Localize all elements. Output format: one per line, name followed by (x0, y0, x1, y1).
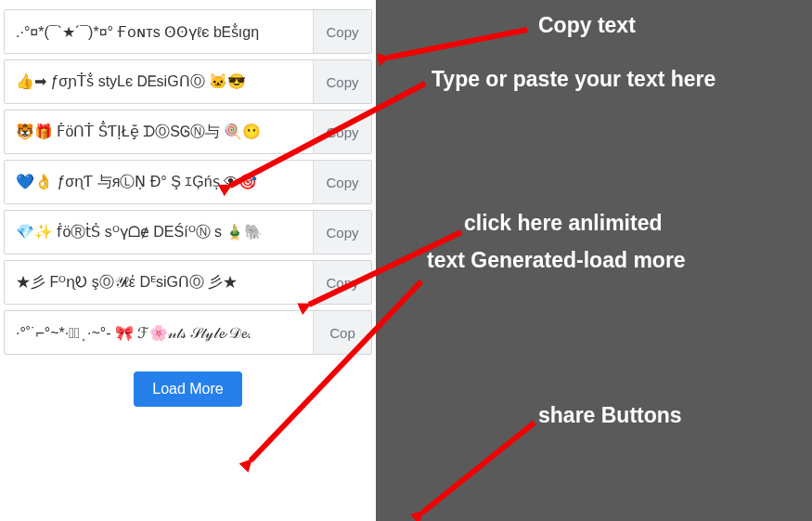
font-style-text[interactable]: 👍➡ ƒσɲṪṧ styLє ᎠᎬsiGᑎⓄ 🐱😎 (5, 60, 314, 103)
font-row: 💎✨ ḟöⓇṫṠ sᴼүᗝɇ DEŚíᴼⓃ s 🎍🐘Copy (4, 210, 372, 254)
font-style-text[interactable]: ·°˚˙⌐°~*·ͺ͔ͺ·~°- 🎀 ℱ🌸𝓃𝓉𝓈 𝒮𝓉𝓎𝓁𝓮 𝒟𝓮. (5, 311, 314, 354)
annotation-unlimited-line1: click here anlimited (464, 209, 662, 238)
font-row: ·°˚˙⌐°~*·ͺ͔ͺ·~°- 🎀 ℱ🌸𝓃𝓉𝓈 𝒮𝓉𝓎𝓁𝓮 𝒟𝓮.Cop (4, 310, 372, 355)
font-row: ★彡 FᴼɳᎧ şⓄ𝒴ℓέ DᴱsiGᑎⓄ 彡★Copy (4, 260, 372, 305)
copy-button[interactable]: Copy (314, 111, 371, 153)
font-rows-container: .·°¤*(¯`★´¯)*¤° Ғᴏɴтѕ ʘʘүℓє bᎬṧıgηCopy👍➡… (0, 4, 376, 360)
font-style-text[interactable]: ★彡 FᴼɳᎧ şⓄ𝒴ℓέ DᴱsiGᑎⓄ 彡★ (5, 261, 314, 304)
font-row: 👍➡ ƒσɲṪṧ styLє ᎠᎬsiGᑎⓄ 🐱😎Copy (4, 59, 372, 104)
annotation-type-paste: Type or paste your text here (432, 65, 715, 94)
load-more-container: Load More (0, 360, 376, 407)
annotation-share-buttons: share Buttons (538, 401, 682, 430)
annotation-copy-text: Copy text (538, 11, 636, 40)
font-style-text[interactable]: 💙👌 ƒσɳƬ 与яⓁṆ Ð° Ş ｴĢńṣ 👁🎯 (5, 161, 314, 203)
font-generator-panel: .·°¤*(¯`★´¯)*¤° Ғᴏɴтѕ ʘʘүℓє bᎬṧıgηCopy👍➡… (0, 0, 376, 521)
font-row: 💙👌 ƒσɳƬ 与яⓁṆ Ð° Ş ｴĢńṣ 👁🎯Copy (4, 160, 372, 204)
copy-button[interactable]: Copy (314, 211, 371, 254)
instructions-panel: Copy text Type or paste your text here c… (376, 0, 812, 521)
copy-button[interactable]: Copy (314, 261, 371, 304)
font-row: 🐯🎁 ḞöᑎṪ ṦƬỊŁḝ ᗪⓄSᎶⓃ与 🍭😶Copy (4, 110, 372, 154)
font-style-text[interactable]: 🐯🎁 ḞöᑎṪ ṦƬỊŁḝ ᗪⓄSᎶⓃ与 🍭😶 (5, 111, 314, 153)
copy-button[interactable]: Copy (314, 60, 371, 103)
copy-button[interactable]: Copy (314, 161, 371, 203)
copy-button[interactable]: Copy (314, 10, 371, 53)
font-row: .·°¤*(¯`★´¯)*¤° Ғᴏɴтѕ ʘʘүℓє bᎬṧıgηCopy (4, 9, 372, 54)
copy-button[interactable]: Cop (314, 311, 371, 354)
font-style-text[interactable]: .·°¤*(¯`★´¯)*¤° Ғᴏɴтѕ ʘʘүℓє bᎬṧıgη (5, 10, 314, 53)
load-more-button[interactable]: Load More (134, 371, 242, 407)
annotation-unlimited-line2: text Generated-load more (427, 246, 686, 275)
font-style-text[interactable]: 💎✨ ḟöⓇṫṠ sᴼүᗝɇ DEŚíᴼⓃ s 🎍🐘 (5, 211, 314, 254)
